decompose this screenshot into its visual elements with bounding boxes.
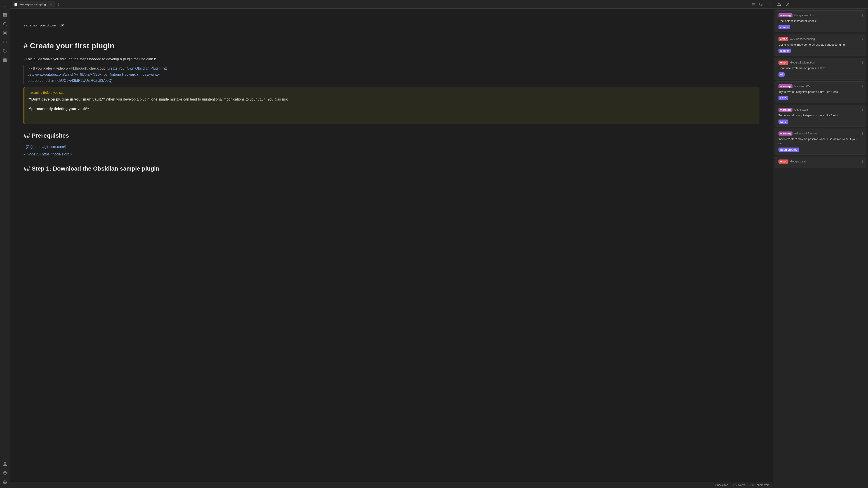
back-icon[interactable]: ‹ <box>1 2 9 10</box>
intro-text: - This guide walks you through the steps… <box>24 57 156 61</box>
lint-highlight[interactable]: e! <box>778 72 784 76</box>
lint-message: Use 'select' instead of 'check'. <box>778 19 863 23</box>
svg-point-9 <box>3 34 4 34</box>
tab-close-button[interactable]: × <box>50 2 53 6</box>
lint-highlight[interactable]: check <box>778 25 790 29</box>
svg-point-8 <box>6 32 6 32</box>
lint-item-header: error alex.Condescending ℹ <box>778 37 863 41</box>
lint-message: Try to avoid using first-person plural l… <box>778 113 863 118</box>
graph-icon[interactable] <box>1 29 9 37</box>
callout-tag: :::warning Before you start <box>29 90 755 96</box>
settings-icon[interactable] <box>1 478 9 486</box>
git-link[interactable]: [Git](https://git-scm.com/) <box>26 145 66 149</box>
tab-title: create-your-first-plugin <box>19 2 48 6</box>
lint-panel: warning Google.WordList ℹ Use 'select' i… <box>773 0 868 488</box>
svg-point-7 <box>3 32 4 32</box>
lint-rule: Google.We <box>794 108 860 111</box>
tab-actions: ⋯ <box>750 1 771 7</box>
tag-icon[interactable] <box>1 47 9 55</box>
svg-rect-16 <box>3 59 6 62</box>
help-icon[interactable] <box>1 469 9 477</box>
svg-line-13 <box>4 33 4 34</box>
history-button[interactable] <box>758 1 764 7</box>
svg-point-10 <box>6 34 6 34</box>
lint-message: 'been created' may be passive voice. Use… <box>778 137 863 146</box>
lint-highlight[interactable]: Let's <box>778 96 788 100</box>
intro-paragraph: - This guide walks you through the steps… <box>24 56 760 62</box>
backlinks-count: 0 backlinks <box>715 484 728 487</box>
more-options-button[interactable]: ⋯ <box>765 1 771 7</box>
warning-bold1: **Don't develop plugins in your main vau… <box>29 97 105 101</box>
lint-badge-error: error <box>778 61 788 65</box>
tab-bar: 📄 create-your-first-plugin × ⋮ ⋯ <box>10 0 773 8</box>
frontmatter-line2: sidebar_position: 10 <box>24 23 760 29</box>
svg-line-14 <box>5 33 6 34</box>
lint-badge-error: error <box>778 37 788 41</box>
lint-item: warning write-good.Passive ℹ 'been creat… <box>775 129 866 155</box>
svg-point-24 <box>4 482 5 483</box>
warning-text: **Don't develop plugins in your main vau… <box>29 96 755 102</box>
lint-badge-warning: warning <box>778 13 793 18</box>
svg-rect-0 <box>3 13 4 14</box>
lint-message: Don't use exclamation points in text. <box>778 66 863 70</box>
warning-text2: **permanently deleting your vault**. <box>29 106 755 112</box>
word-count: 627 words <box>733 484 745 487</box>
warning-period: . <box>89 107 90 111</box>
files-icon[interactable] <box>1 11 9 19</box>
char-count: 3978 characters <box>750 484 770 487</box>
lint-message: Try to avoid using first-person plural l… <box>778 90 863 94</box>
info-icon[interactable]: ℹ <box>862 13 863 17</box>
lint-item-header: warning write-good.Passive ℹ <box>778 131 863 135</box>
command-icon[interactable] <box>1 38 9 46</box>
editor-content[interactable]: --- sidebar_position: 10 --- # Create yo… <box>10 8 773 482</box>
lint-rule: write-good.Passive <box>794 132 860 135</box>
lint-badge-warning: warning <box>778 108 793 112</box>
prereq-item-nodejs: - [NodeJS](https://nodejs.org/) <box>24 151 760 157</box>
frontmatter: --- sidebar_position: 10 --- <box>24 18 760 34</box>
heading-prerequisites: ## Prerequisites <box>24 131 760 140</box>
frontmatter-line3: --- <box>24 29 760 34</box>
info-icon[interactable]: ℹ <box>862 61 863 64</box>
status-bar: 0 backlinks 627 words 3978 characters <box>10 482 773 488</box>
lint-item-header: error Google.Exclamation ℹ <box>778 61 863 65</box>
callout-link-paragraph: > - If you prefer a video wkalkthrough, … <box>24 65 760 84</box>
info-icon[interactable]: ℹ <box>862 108 863 111</box>
lint-rule: Google.Exclamation <box>790 61 860 64</box>
tab-menu-button[interactable]: ⋮ <box>56 2 61 7</box>
svg-rect-2 <box>5 15 6 17</box>
lint-item-header: warning Google.We ℹ <box>778 108 863 112</box>
info-icon[interactable]: ℹ <box>862 37 863 41</box>
svg-line-11 <box>4 32 4 33</box>
info-icon[interactable]: ℹ <box>862 85 863 88</box>
heading-step1: ## Step 1: Download the Obsidian sample … <box>24 164 760 173</box>
lint-highlight[interactable]: simple <box>778 48 791 53</box>
warning-bold2: **permanently deleting your vault** <box>29 107 89 111</box>
table-icon[interactable] <box>1 56 9 64</box>
camera-icon[interactable] <box>1 460 9 468</box>
lint-highlight[interactable]: been created <box>778 148 799 152</box>
lint-highlight[interactable]: Let's <box>778 120 788 124</box>
main-area: 📄 create-your-first-plugin × ⋮ ⋯ --- sid… <box>10 0 773 488</box>
lint-rule: Google.Latin <box>790 160 860 163</box>
info-icon[interactable]: ℹ <box>862 132 863 135</box>
info-icon[interactable]: ℹ <box>862 160 863 163</box>
nodejs-link[interactable]: [NodeJS](https://nodejs.org/) <box>26 152 72 156</box>
search-icon[interactable] <box>1 20 9 28</box>
warning-text1: When you develop a plugin, one simple mi… <box>106 97 288 101</box>
lint-items-list: warning Google.WordList ℹ Use 'select' i… <box>773 8 868 488</box>
list-view-button[interactable] <box>750 1 757 7</box>
lint-item: warning Google.We ℹ Try to avoid using f… <box>775 105 866 127</box>
lint-item-header: error Google.Latin ℹ <box>778 160 863 164</box>
active-tab[interactable]: 📄 create-your-first-plugin × <box>12 1 55 7</box>
clock-icon-button[interactable] <box>784 1 790 7</box>
lint-rule: Google.WordList <box>794 14 860 17</box>
lint-item: warning Google.WordList ℹ Use 'select' i… <box>775 10 866 32</box>
lint-rule: alex.Condescending <box>790 37 860 41</box>
frontmatter-line1: --- <box>24 18 760 23</box>
svg-rect-1 <box>5 13 6 14</box>
prereq-item-git: - [Git](https://git-scm.com/) <box>24 144 760 150</box>
lint-badge-warning: warning <box>778 84 793 88</box>
panel-header <box>773 0 868 8</box>
callout-close: ::: <box>29 115 755 121</box>
lint-icon-button[interactable] <box>776 1 782 7</box>
